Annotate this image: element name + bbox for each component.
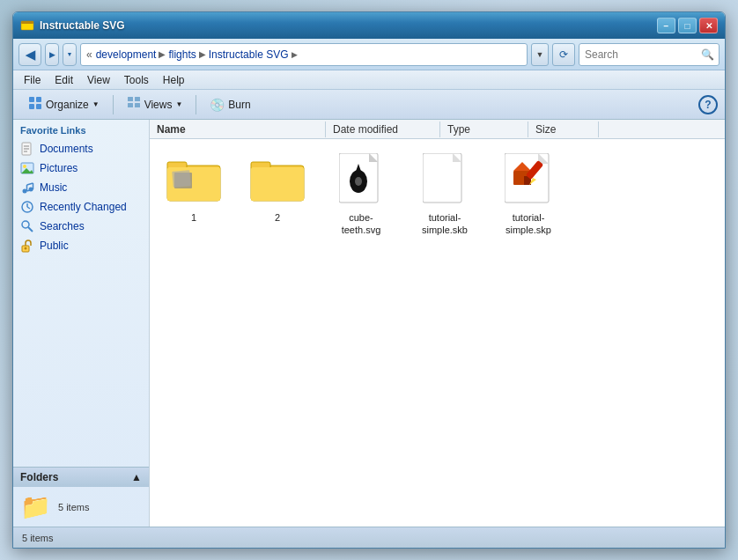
views-dropdown-icon[interactable]: ▼ [175,100,182,108]
folders-collapse-icon: ▲ [131,471,142,483]
folder2-icon [249,155,306,204]
file-item-skb[interactable]: tutorial-simple.skb [410,148,480,240]
sidebar: Favorite Links Documents Pictures [13,120,150,527]
search-wrapper: 🔍 [579,43,720,66]
forward-button[interactable]: ▶ [45,43,59,66]
title-bar: Instructable SVG − □ ✕ [13,12,725,39]
col-header-name[interactable]: Name [150,122,326,137]
burn-label: Burn [228,99,250,111]
sidebar-item-recently-changed-label: Recently Changed [40,201,127,213]
views-button[interactable]: Views ▼ [119,92,191,116]
sidebar-item-pictures-label: Pictures [40,162,77,174]
folders-header-label: Folders [20,471,58,483]
organize-label: Organize [46,99,89,111]
menu-help[interactable]: Help [156,72,192,88]
sidebar-item-music[interactable]: Music [13,178,149,197]
refresh-button[interactable]: ⟳ [552,43,575,66]
back-button[interactable]: ◀ [18,43,41,66]
toolbar-sep-2 [196,95,196,114]
svg-line-22 [27,183,33,185]
main-content: Favorite Links Documents Pictures [13,120,725,527]
file-item-skp[interactable]: tutorial-simple.skp [493,148,564,240]
toolbar-sep-1 [113,95,114,114]
svg-point-43 [355,177,362,186]
menu-file[interactable]: File [17,72,48,88]
search-icon: 🔍 [701,48,714,61]
title-controls: − □ ✕ [657,18,718,33]
folder2-name: 2 [275,211,280,224]
search-input[interactable] [579,43,720,66]
col-header-size[interactable]: Size [528,122,599,137]
sidebar-item-public[interactable]: Public [13,236,149,255]
breadcrumb-sep-2: ▶ [199,49,206,59]
file-area: Name Date modified Type Size [150,120,725,527]
maximize-button[interactable]: □ [678,18,697,33]
address-dropdown-button[interactable]: ▼ [531,43,549,66]
dropdown-nav-button[interactable]: ▼ [63,43,77,66]
col-header-date[interactable]: Date modified [326,122,440,137]
folder-preview-count: 5 items [58,502,89,512]
burn-button[interactable]: 💿 Burn [202,94,258,115]
file-item-folder2[interactable]: 2 [242,148,313,240]
breadcrumb-instructable[interactable]: Instructable SVG [209,48,289,61]
skp-file-name: tutorial-simple.skp [497,211,560,237]
folder2-icon-container [249,151,306,208]
sidebar-item-searches-label: Searches [40,220,85,232]
close-button[interactable]: ✕ [699,18,718,33]
svg-rect-37 [251,167,304,201]
menu-edit[interactable]: Edit [48,72,80,88]
svg-rect-9 [135,103,140,107]
sidebar-item-searches[interactable]: Searches [13,217,149,236]
help-button[interactable]: ? [698,95,718,114]
column-headers: Name Date modified Type Size [150,120,725,139]
file-item-svg[interactable]: cube-teeth.svg [326,148,396,240]
recently-changed-icon [20,200,34,214]
organize-button[interactable]: Organize ▼ [20,92,107,116]
breadcrumb-dropdown-arrow[interactable]: ▶ [292,50,298,59]
folder1-name: 1 [191,211,196,224]
breadcrumb-development[interactable]: development [96,48,157,61]
sidebar-item-recently-changed[interactable]: Recently Changed [13,197,149,217]
organize-dropdown-icon[interactable]: ▼ [92,100,100,108]
sidebar-item-pictures[interactable]: Pictures [13,158,149,178]
organize-icon [28,96,42,113]
sidebar-item-music-label: Music [40,181,67,194]
svg-file-icon [339,153,383,206]
window-title: Instructable SVG [40,19,125,32]
status-bar: 5 items [13,527,725,548]
sidebar-item-documents-label: Documents [40,143,93,155]
pictures-icon [20,161,34,175]
sidebar-item-documents[interactable]: Documents [13,139,149,158]
favorite-links-header: Favorite Links [13,120,149,139]
views-icon [127,96,141,113]
menu-bar: File Edit View Tools Help [13,70,725,90]
svg-file-name: cube-teeth.svg [329,211,393,237]
svg-rect-5 [36,104,41,109]
svg-point-15 [23,165,26,168]
svg-line-25 [27,207,30,209]
sidebar-spacer [13,255,149,467]
folders-header[interactable]: Folders ▲ [13,468,149,487]
svg-rect-2 [29,97,34,102]
col-header-type[interactable]: Type [440,122,528,137]
menu-view[interactable]: View [80,72,117,88]
breadcrumb-sep-1: ▶ [159,49,166,59]
menu-tools[interactable]: Tools [117,72,156,88]
address-bar-row: ◀ ▶ ▼ « development ▶ flights ▶ Instruct… [13,39,725,70]
svg-rect-4 [29,104,34,109]
svg-rect-8 [128,103,133,107]
title-bar-left: Instructable SVG [20,18,125,33]
folder-preview: 📁 5 items [13,487,149,527]
skb-icon-container [417,151,473,208]
breadcrumb-arrow: « [86,48,92,61]
svg-rect-6 [128,97,133,101]
help-label: ? [705,99,711,111]
minimize-button[interactable]: − [657,18,675,33]
document-icon [20,142,34,156]
svg-point-26 [22,221,29,228]
folder1-icon [166,155,222,204]
file-item-folder1[interactable]: 1 [159,148,229,240]
breadcrumb-flights[interactable]: flights [168,48,196,61]
svg-rect-34 [172,170,190,188]
breadcrumb-bar: « development ▶ flights ▶ Instructable S… [80,43,528,66]
